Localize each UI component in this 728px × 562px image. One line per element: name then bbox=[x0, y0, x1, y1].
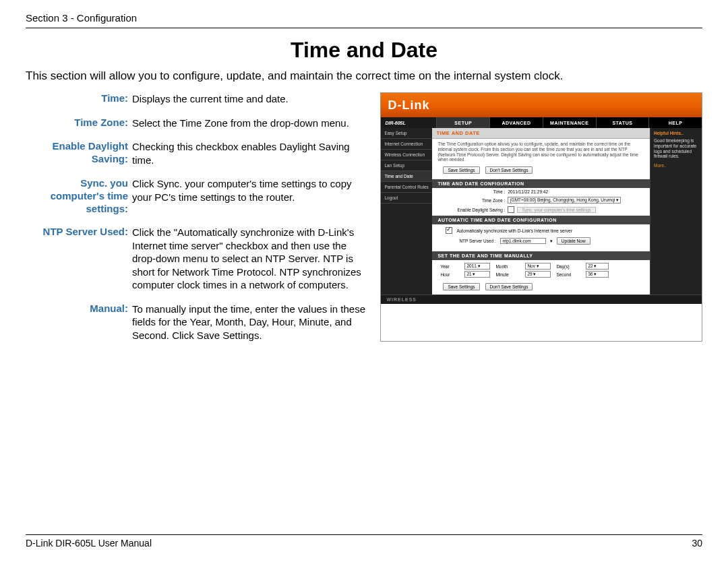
panel-title: TIME AND DATE bbox=[432, 128, 650, 139]
def-text-tz: Select the Time Zone from the drop-down … bbox=[132, 117, 372, 130]
tab-help[interactable]: HELP bbox=[648, 117, 702, 128]
dst-checkbox[interactable] bbox=[508, 206, 514, 213]
tab-maintenance[interactable]: MAINTENANCE bbox=[543, 117, 596, 128]
def-text-manual: To manually input the time, enter the va… bbox=[132, 303, 372, 342]
def-text-time: Displays the current time and date. bbox=[132, 92, 372, 106]
year-select[interactable]: 2011 ▾ bbox=[464, 263, 490, 270]
hints-panel: Helpful Hints.. Good timekeeping is impo… bbox=[650, 128, 702, 294]
dont-save-button-top[interactable]: Don't Save Settings bbox=[485, 166, 533, 174]
sidenav-time-date[interactable]: Time and Date bbox=[381, 171, 432, 182]
def-label-time: Time: bbox=[26, 92, 128, 106]
hour-select[interactable]: 21 ▾ bbox=[464, 271, 490, 278]
footer-left: D-Link DIR-605L User Manual bbox=[26, 538, 152, 549]
page-title: Time and Date bbox=[26, 38, 702, 63]
year-label: Year bbox=[440, 264, 459, 269]
second-label: Second bbox=[556, 272, 580, 277]
minute-select[interactable]: 29 ▾ bbox=[525, 271, 551, 278]
brand-logo: D-Link bbox=[381, 93, 702, 117]
sync-time-button[interactable]: Sync. your computer's time settings bbox=[517, 207, 595, 213]
month-label: Month bbox=[495, 264, 520, 269]
sidenav-logout[interactable]: Logout bbox=[381, 193, 432, 204]
tz-select[interactable]: (GMT+08:00) Beijing, Chongqing, Hong Kon… bbox=[508, 197, 621, 204]
definitions-list: Time: Displays the current time and date… bbox=[26, 92, 372, 342]
footer-page-number: 30 bbox=[692, 538, 702, 549]
def-label-manual: Manual: bbox=[26, 303, 128, 342]
def-label-tz: Time Zone: bbox=[26, 117, 128, 130]
hour-label: Hour bbox=[440, 272, 459, 277]
dont-save-button-bottom[interactable]: Don't Save Settings bbox=[485, 283, 533, 290]
def-label-ntp: NTP Server Used: bbox=[26, 226, 128, 292]
def-text-sync: Click Sync. your computer's time setting… bbox=[132, 177, 372, 215]
time-label: Time : bbox=[437, 189, 505, 194]
sidenav-lan[interactable]: Lan Setup bbox=[381, 160, 432, 171]
tz-label: Time Zone : bbox=[437, 198, 505, 203]
hints-text: Good timekeeping is important for accura… bbox=[650, 138, 702, 162]
subhead-manual: SET THE DATE AND TIME MANUALLY bbox=[432, 251, 650, 260]
tab-advanced[interactable]: ADVANCED bbox=[489, 117, 543, 128]
day-select[interactable]: 22 ▾ bbox=[586, 263, 609, 270]
ntp-label: NTP Server Used : bbox=[459, 239, 495, 243]
auto-sync-checkbox[interactable] bbox=[446, 227, 452, 234]
sidenav-internet[interactable]: Internet Connection bbox=[381, 139, 432, 150]
panel-description: The Time Configuration option allows you… bbox=[432, 139, 650, 164]
month-select[interactable]: Nov ▾ bbox=[525, 263, 551, 270]
subhead-auto: AUTOMATIC TIME AND DATE CONFIGURATION bbox=[432, 216, 650, 224]
section-header: Section 3 - Configuration bbox=[26, 12, 702, 28]
save-settings-button-top[interactable]: Save Settings bbox=[443, 166, 479, 174]
ntp-server-input[interactable]: ntp1.dlink.com bbox=[500, 238, 546, 244]
model-badge: DIR-605L bbox=[381, 117, 436, 128]
day-label: Day(s) bbox=[556, 264, 580, 269]
main-pane: TIME AND DATE The Time Configuration opt… bbox=[432, 128, 650, 294]
hints-header: Helpful Hints.. bbox=[650, 128, 702, 138]
wireless-footer: WIRELESS bbox=[381, 294, 702, 304]
save-settings-button-bottom[interactable]: Save Settings bbox=[443, 283, 479, 290]
top-nav: DIR-605L SETUP ADVANCED MAINTENANCE STAT… bbox=[381, 117, 702, 128]
def-text-dst: Checking this checkbox enables Daylight … bbox=[132, 140, 372, 166]
dst-label: Enable Daylight Saving : bbox=[437, 208, 505, 212]
tab-status[interactable]: STATUS bbox=[596, 117, 649, 128]
side-nav: Easy Setup Internet Connection Wireless … bbox=[381, 128, 432, 294]
router-screenshot: D-Link DIR-605L SETUP ADVANCED MAINTENAN… bbox=[380, 92, 702, 342]
def-label-sync: Sync. you computer's time settings: bbox=[26, 177, 128, 215]
sidenav-parental[interactable]: Parental Control Rules bbox=[381, 182, 432, 193]
def-label-dst: Enable Daylight Saving: bbox=[26, 140, 128, 166]
tab-setup[interactable]: SETUP bbox=[436, 117, 489, 128]
time-value: 2011/11/22 21:29:42 bbox=[508, 189, 548, 194]
intro-text: This section will allow you to configure… bbox=[26, 69, 702, 83]
def-text-ntp: Click the "Automatically synchronize wit… bbox=[132, 226, 372, 292]
sidenav-wireless[interactable]: Wireless Connection bbox=[381, 150, 432, 160]
hints-more-link[interactable]: More.. bbox=[650, 162, 702, 169]
second-select[interactable]: 36 ▾ bbox=[586, 271, 609, 278]
auto-sync-text: Automatically synchronize with D-Link's … bbox=[456, 228, 572, 233]
subhead-config: TIME AND DATE CONFIGURATION bbox=[432, 179, 650, 188]
update-now-button[interactable]: Update Now bbox=[557, 237, 590, 245]
minute-label: Minute bbox=[495, 272, 520, 277]
chevron-down-icon[interactable]: ▾ bbox=[550, 239, 553, 244]
sidenav-easy-setup[interactable]: Easy Setup bbox=[381, 128, 432, 139]
